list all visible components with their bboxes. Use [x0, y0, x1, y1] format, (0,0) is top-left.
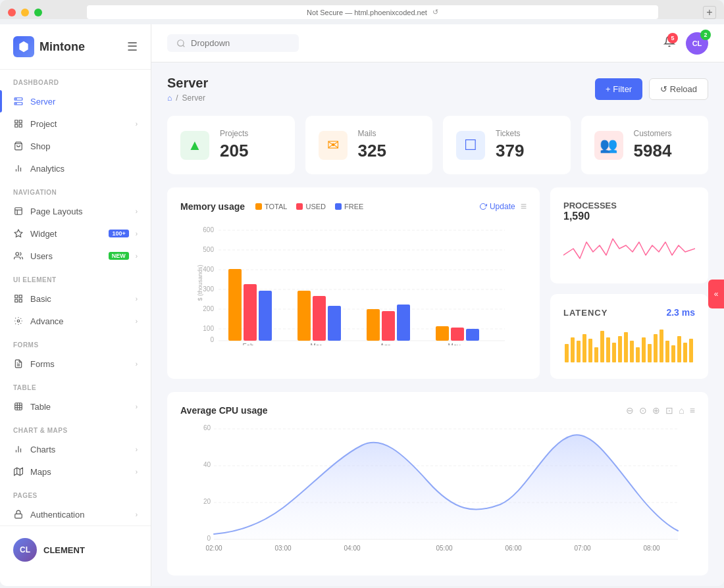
stat-card-tickets: ☐ Tickets 379 [443, 116, 571, 174]
table-label: Table [30, 402, 129, 412]
mails-info: Mails 325 [358, 129, 386, 161]
svg-rect-84 [659, 330, 663, 362]
page-header: Server ⌂ / Server + Filter ↺ Reload [167, 76, 708, 103]
svg-text:20: 20 [203, 498, 211, 505]
users-icon [13, 251, 24, 261]
process-sparkline [563, 222, 695, 268]
table-icon [13, 401, 24, 412]
svg-point-16 [17, 320, 20, 322]
update-button[interactable]: Update [479, 202, 515, 211]
search-input[interactable] [191, 38, 276, 48]
svg-text:40: 40 [203, 461, 211, 468]
notification-button[interactable]: 5 [663, 36, 675, 51]
reload-button[interactable]: ↺ Reload [649, 78, 708, 100]
svg-rect-83 [654, 334, 658, 362]
collapse-sidebar-button[interactable]: « [708, 280, 724, 308]
page-title-section: Server ⌂ / Server [167, 76, 208, 103]
mails-label: Mails [358, 129, 386, 138]
legend-total: TOTAL [255, 203, 287, 210]
advance-icon [13, 316, 24, 326]
users-label: Users [30, 251, 102, 261]
mails-icon: ✉ [319, 131, 348, 160]
forms-icon [13, 358, 24, 369]
menu-dots[interactable]: ≡ [521, 201, 527, 212]
hamburger-button[interactable]: ☰ [127, 39, 138, 54]
sidebar-logo: Mintone ☰ [0, 24, 151, 70]
cpu-action-camera[interactable]: ⊡ [665, 405, 673, 416]
sidebar-item-page-layouts[interactable]: Page Layouts › [0, 200, 151, 222]
new-tab-button[interactable]: + [703, 6, 716, 19]
sidebar-item-widget[interactable]: Widget 100+ › [0, 222, 151, 245]
svg-rect-60 [367, 309, 380, 341]
legend-dot-used [296, 203, 303, 210]
sidebar-item-authentication[interactable]: Authentication › [0, 503, 151, 526]
svg-rect-87 [677, 336, 681, 362]
notification-badge: 5 [667, 33, 678, 43]
svg-rect-65 [451, 328, 464, 341]
svg-rect-82 [648, 344, 652, 362]
cpu-action-zoom-reset[interactable]: ⊙ [639, 405, 647, 416]
auth-chevron: › [136, 511, 138, 518]
search-box[interactable] [167, 34, 299, 52]
svg-rect-80 [636, 347, 640, 362]
project-label: Project [30, 119, 129, 129]
user-info: CL CLEMENT [13, 533, 138, 567]
latency-bar-chart [563, 324, 695, 364]
process-card: PROCESSES 1,590 [550, 187, 708, 283]
sidebar-item-forms[interactable]: Forms › [0, 353, 151, 375]
widget-icon [13, 228, 24, 239]
svg-point-2 [16, 99, 16, 99]
legend-dot-free [335, 203, 342, 210]
svg-rect-76 [612, 343, 616, 362]
cpu-action-zoom-out[interactable]: ⊖ [626, 405, 634, 416]
sidebar-item-server[interactable]: Server [0, 90, 151, 112]
cpu-action-zoom-in[interactable]: ⊕ [652, 405, 660, 416]
svg-text:02:00: 02:00 [205, 545, 222, 552]
process-info: PROCESSES 1,590 [563, 201, 695, 222]
customers-value: 5984 [634, 141, 672, 161]
sidebar-item-analytics[interactable]: Analytics [0, 157, 151, 180]
server-label: Server [30, 97, 138, 107]
sidebar-item-maps[interactable]: Maps › [0, 460, 151, 483]
legend-used: USED [296, 203, 326, 210]
user-menu-button[interactable]: CL 2 [686, 32, 708, 55]
legend-free-label: FREE [344, 203, 363, 210]
sidebar-item-table[interactable]: Table › [0, 395, 151, 418]
svg-rect-61 [382, 311, 395, 341]
legend-total-label: TOTAL [265, 203, 287, 210]
stats-grid: ▲ Projects 205 ✉ Mails 325 ☐ [167, 116, 708, 174]
project-icon [13, 118, 24, 129]
sidebar-item-project[interactable]: Project › [0, 112, 151, 135]
widget-label: Widget [30, 229, 102, 239]
sidebar-item-advance[interactable]: Advance › [0, 310, 151, 332]
svg-text:08:00: 08:00 [643, 545, 659, 552]
svg-rect-73 [594, 347, 598, 362]
url-text: Not Secure — html.phoenixcoded.net [307, 9, 427, 16]
sidebar-item-users[interactable]: Users NEW › [0, 245, 151, 267]
tickets-icon: ☐ [456, 131, 485, 160]
svg-text:03:00: 03:00 [274, 545, 291, 552]
svg-text:60: 60 [203, 424, 211, 431]
filter-button[interactable]: + Filter [595, 78, 642, 100]
svg-rect-12 [15, 295, 18, 298]
widget-badge: 100+ [109, 230, 128, 237]
refresh-icon[interactable]: ↺ [432, 8, 438, 16]
sidebar-item-basic[interactable]: Basic › [0, 287, 151, 310]
chart-actions: Update ≡ [479, 201, 527, 212]
cpu-action-home[interactable]: ⌂ [679, 405, 684, 416]
svg-text:0: 0 [210, 336, 214, 343]
svg-rect-66 [466, 329, 479, 341]
maps-label: Maps [30, 467, 129, 477]
sidebar-item-charts[interactable]: Charts › [0, 438, 151, 460]
forms-chevron: › [136, 360, 138, 368]
charts-icon [13, 444, 24, 454]
svg-text:$ (thousands): $ (thousands) [197, 264, 203, 301]
section-label-forms: Forms [0, 332, 151, 353]
sidebar-item-shop[interactable]: Shop [0, 135, 151, 157]
cpu-action-menu[interactable]: ≡ [690, 405, 695, 416]
memory-bar-chart: 600 500 400 300 200 100 0 $ (thousands) [180, 220, 527, 345]
svg-line-36 [183, 45, 185, 47]
maps-chevron: › [136, 468, 138, 476]
process-label: PROCESSES [563, 201, 617, 210]
svg-rect-71 [582, 334, 586, 362]
